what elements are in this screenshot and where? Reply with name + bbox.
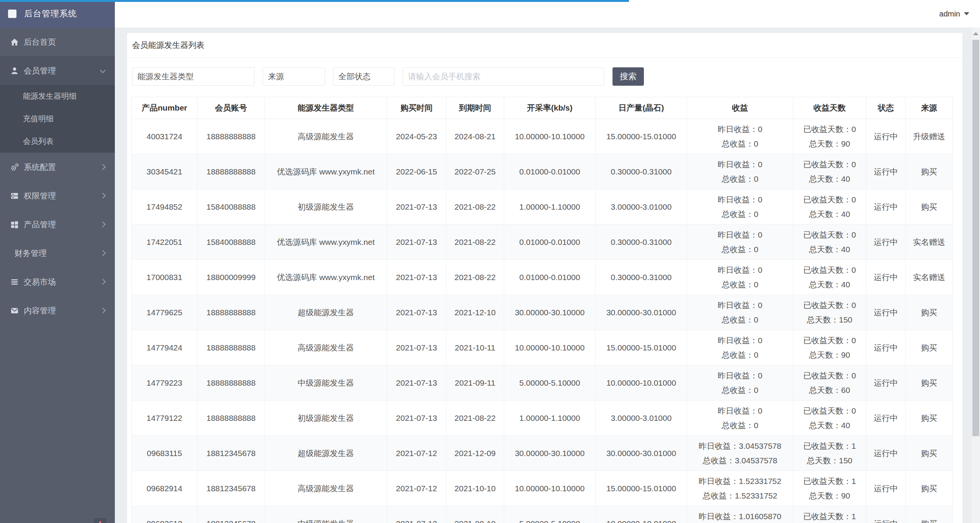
app-logo: 后台管理系统 [0, 0, 115, 28]
filter-bar: 能源发生器类型 来源 全部状态 搜索 [132, 67, 962, 86]
cell-income-days: 已收益天数：0总天数：150 [793, 295, 866, 330]
sidebar-item-recharge-detail[interactable]: 充值明细 [0, 108, 115, 130]
server-icon [10, 191, 19, 200]
gears-icon [10, 163, 19, 172]
cell-source: 购买 [906, 295, 953, 330]
cell-income: 昨日收益：0总收益：0 [687, 365, 793, 401]
sidebar-item-permission[interactable]: 权限管理 [0, 181, 115, 210]
cell-generator-type: 中级源能发生器 [265, 506, 387, 523]
content-card: 会员能源发生器列表 能源发生器类型 来源 全部状态 搜索 [127, 33, 962, 523]
cell-expire-time: 2021-10-11 [446, 330, 504, 365]
sidebar-item-content[interactable]: 内容管理 [0, 296, 115, 325]
cell-mining-rate: 0.01000-0.01000 [504, 260, 596, 295]
cell-mining-rate: 5.00000-5.10000 [504, 506, 596, 523]
widget-dot-icon [99, 521, 101, 523]
sidebar: 后台管理系统 后台首页 会员管理 能源发生器明细 充值明细 会员列表 [0, 0, 115, 523]
sidebar-item-member[interactable]: 会员管理 [0, 56, 115, 85]
cell-expire-time: 2021-12-10 [446, 295, 504, 330]
sidebar-item-label: 财务管理 [15, 248, 47, 259]
sidebar-item-energy-generator-detail[interactable]: 能源发生器明细 [0, 85, 115, 108]
cell-mining-rate: 1.00000-1.10000 [504, 189, 596, 225]
cell-expire-time: 2021-10-10 [446, 471, 504, 506]
user-menu[interactable]: admin [939, 10, 969, 18]
cell-generator-type: 初级源能发生器 [265, 189, 387, 225]
table-row: 0968291418812345678高级源能发生器2021-07-122021… [132, 471, 953, 506]
source-select[interactable]: 来源 [263, 67, 325, 86]
cell-expire-time: 2021-12-09 [446, 436, 504, 471]
table-row: 1477922318888888888中级源能发生器2021-07-132021… [132, 365, 953, 401]
sidebar-item-product[interactable]: 产品管理 [0, 210, 115, 239]
sidebar-item-home[interactable]: 后台首页 [0, 28, 115, 56]
search-button[interactable]: 搜索 [612, 67, 644, 86]
cell-product-number: 09683115 [132, 436, 198, 471]
cell-product-number: 40031724 [132, 119, 198, 154]
home-icon [10, 37, 19, 47]
cell-source: 购买 [906, 189, 953, 225]
cell-income: 昨日收益：1.01605870总收益：1.01605870 [687, 506, 793, 523]
generator-type-select[interactable]: 能源发生器类型 [132, 67, 255, 86]
cell-daily-output: 0.30000-0.31000 [596, 225, 687, 260]
cell-source: 购买 [906, 330, 953, 365]
cell-buy-time: 2021-07-13 [387, 189, 446, 225]
cell-member-account: 18888888888 [198, 154, 265, 189]
cell-mining-rate: 10.00000-10.10000 [504, 471, 596, 506]
status-select[interactable]: 全部状态 [333, 67, 394, 86]
cell-product-number: 14779122 [132, 401, 198, 436]
cell-expire-time: 2021-09-11 [446, 365, 504, 401]
cell-generator-type: 高级源能发生器 [265, 330, 387, 365]
table-row: 0968311518812345678超级能源发生器2021-07-122021… [132, 436, 953, 471]
cell-daily-output: 10.00000-10.01000 [596, 365, 687, 401]
chevron-down-icon [100, 67, 106, 73]
cell-status: 运行中 [866, 260, 906, 295]
cell-mining-rate: 0.01000-0.01000 [504, 225, 596, 260]
sidebar-item-label: 系统配置 [24, 162, 56, 173]
cell-income: 昨日收益：0总收益：0 [687, 295, 793, 330]
cell-product-number: 14779424 [132, 330, 198, 365]
cell-status: 运行中 [866, 506, 906, 523]
cell-daily-output: 30.00000-30.01000 [596, 436, 687, 471]
source-select-value: 来源 [268, 71, 284, 82]
cell-status: 运行中 [866, 401, 906, 436]
cell-expire-time: 2024-08-21 [446, 119, 504, 154]
cell-income-days: 已收益天数：0总天数：40 [793, 401, 866, 436]
cell-generator-type: 超级能源发生器 [265, 295, 387, 330]
sidebar-item-system-config[interactable]: 系统配置 [0, 153, 115, 181]
topbar: admin [115, 0, 980, 28]
sidebar-item-member-list[interactable]: 会员列表 [0, 130, 115, 153]
sidebar-item-market[interactable]: 交易市场 [0, 267, 115, 296]
member-phone-search-input[interactable] [403, 67, 604, 86]
cell-source: 购买 [906, 154, 953, 189]
table-row: 1477912218888888888初级源能发生器2021-07-132021… [132, 401, 953, 436]
username: admin [939, 10, 960, 18]
cell-daily-output: 30.00000-30.01000 [596, 295, 687, 330]
cell-income: 昨日收益：3.04537578总收益：3.04537578 [687, 436, 793, 471]
cell-mining-rate: 10.00000-10.10000 [504, 330, 596, 365]
cell-buy-time: 2021-07-13 [387, 365, 446, 401]
sidebar-item-label: 后台首页 [24, 37, 56, 47]
cell-income-days: 已收益天数：1总天数：150 [793, 436, 866, 471]
cell-income-days: 已收益天数：0总天数：90 [793, 119, 866, 154]
cell-buy-time: 2021-07-13 [387, 225, 446, 260]
sidebar-bottom-widget[interactable] [94, 518, 106, 523]
cell-member-account: 18888888888 [198, 119, 265, 154]
cell-product-number: 17422051 [132, 225, 198, 260]
cell-expire-time: 2021-08-22 [446, 225, 504, 260]
cell-income: 昨日收益：0总收益：0 [687, 119, 793, 154]
table-header: 产品number会员账号能源发生器类型购买时间到期时间开采率(kb/s)日产量(… [132, 97, 953, 119]
scrollbar-thumb[interactable] [972, 40, 979, 436]
cell-income-days: 已收益天数：0总天数：40 [793, 154, 866, 189]
cell-member-account: 18800009999 [198, 260, 265, 295]
page-title: 会员能源发生器列表 [127, 33, 962, 58]
cell-mining-rate: 0.01000-0.01000 [504, 154, 596, 189]
cell-buy-time: 2021-07-13 [387, 260, 446, 295]
cell-daily-output: 10.00000-10.01000 [596, 506, 687, 523]
main-area: 会员能源发生器列表 能源发生器类型 来源 全部状态 搜索 [115, 28, 980, 523]
cell-status: 运行中 [866, 189, 906, 225]
scroll-up-icon[interactable] [973, 32, 978, 35]
table-row: 0968261318812345678中级源能发生器2021-07-122021… [132, 506, 953, 523]
cell-expire-time: 2021-08-22 [446, 189, 504, 225]
cell-daily-output: 15.00000-15.01000 [596, 330, 687, 365]
cell-product-number: 09682914 [132, 471, 198, 506]
sidebar-item-finance[interactable]: 财务管理 [0, 239, 115, 267]
mail-icon [10, 306, 19, 315]
